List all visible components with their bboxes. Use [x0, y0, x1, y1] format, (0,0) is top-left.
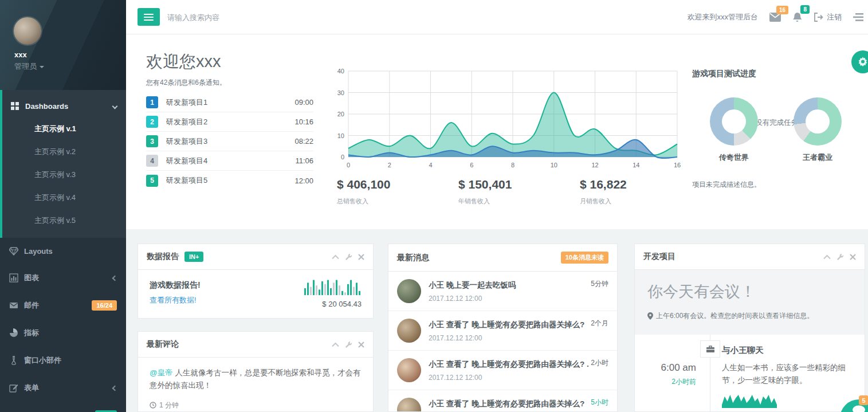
page-title: 欢迎您xxx	[146, 50, 221, 73]
comment-timestamp: 1 分钟	[138, 393, 373, 412]
collapse-icon[interactable]	[332, 254, 339, 260]
close-icon[interactable]	[358, 342, 364, 348]
mail-count-badge: 16	[776, 6, 788, 14]
svg-text:8: 8	[511, 162, 514, 168]
settings-wrench-icon[interactable]	[345, 341, 352, 348]
profile-panel: xxx 管理员	[0, 0, 126, 90]
notifications-icon-button[interactable]: 8	[792, 12, 802, 23]
settings-wrench-icon[interactable]	[345, 253, 352, 261]
chevron-down-icon	[112, 103, 118, 109]
clock-icon	[150, 402, 156, 409]
svg-text:20: 20	[337, 111, 344, 117]
svg-text:10: 10	[337, 132, 344, 139]
report-sparkline-chart	[304, 278, 362, 297]
sidebar-item-apps[interactable]: 应用 特别	[0, 402, 126, 412]
card-title: 最新消息	[397, 253, 429, 263]
latest-comments-card: 最新评论 @皇帝 人生就像考古一样，总是要不断地探索和寻觅，才会有意外的惊喜出现…	[138, 331, 374, 412]
briefcase-icon-box	[700, 340, 720, 358]
todo-item[interactable]: 4 研发新项目4 11:06	[146, 151, 313, 171]
sidebar-toggle-button[interactable]	[138, 8, 160, 26]
timeline-time: 6:00 am 2小时前	[639, 362, 696, 387]
sidebar-item-home-v5[interactable]: 主页示例 v.5	[2, 209, 126, 232]
stat-month-revenue: $ 16,822月销售收入	[580, 178, 701, 206]
avatar	[397, 398, 421, 412]
message-item[interactable]: 小王 查看了 晚上睡觉有必要把路由器关掉么? 2017.12.12 12:00 …	[388, 390, 617, 412]
dev-timeline: 6:00 am 2小时前 与小王聊天 人生如一本书，应该多一些精彩的细节，少一些…	[635, 335, 865, 412]
sidebar-item-home-v3[interactable]: 主页示例 v.3	[2, 163, 126, 186]
todo-item[interactable]: 5 研发新项目5 12:00	[146, 171, 313, 190]
message-item[interactable]: 小王 查看了 晚上睡觉有必要把路由器关掉么? 2017.12.12 12:00 …	[388, 311, 617, 351]
timeline-content: 与小王聊天 人生如一本书，应该多一些精彩的细节，少一些乏味的字眼。	[722, 345, 865, 410]
mention-link[interactable]: @皇帝	[150, 368, 173, 377]
bar-chart-icon	[9, 273, 18, 282]
todo-number-badge: 3	[146, 135, 158, 147]
report-amount: $ 20 054.43	[322, 300, 362, 308]
close-icon[interactable]	[358, 254, 364, 260]
panel-footer-text: 项目未完成描述信息。	[692, 180, 859, 190]
timeline-text: 人生如一本书，应该多一些精彩的细节，少一些乏味的字眼。	[722, 362, 854, 386]
sidebar-item-layouts[interactable]: Layouts	[0, 238, 126, 264]
dashboard-grid-icon	[10, 101, 19, 111]
sidebar-item-home-v4[interactable]: 主页示例 v.4	[2, 186, 126, 209]
collapse-icon[interactable]	[823, 254, 831, 260]
sidebar-item-mail[interactable]: 邮件 16/24	[0, 292, 126, 319]
latest-messages-card: 最新消息 10条消息未读 小王 晚上要一起去吃饭吗 2017.12.12 12:…	[388, 244, 618, 412]
map-pin-icon	[647, 312, 653, 320]
caret-down-icon	[40, 66, 44, 68]
svg-text:12: 12	[591, 162, 598, 168]
svg-text:40: 40	[337, 68, 344, 74]
stat-year-revenue: $ 150,401年销售收入	[458, 178, 580, 206]
donut-chart	[710, 97, 758, 146]
settings-wrench-icon[interactable]	[836, 253, 844, 261]
todo-item[interactable]: 2 研发新项目2 10:16	[146, 112, 313, 132]
message-item[interactable]: 小王 查看了 晚上睡觉有必要把路由器关掉么? . 2017.12.12 12:0…	[388, 351, 617, 390]
sidebar-item-forms[interactable]: 表单	[0, 374, 126, 402]
svg-text:10: 10	[551, 162, 557, 168]
welcome-subtitle: 您有42条消息和6条通知。	[146, 78, 226, 88]
card-title: 最新评论	[147, 339, 179, 350]
avatar	[397, 319, 421, 343]
sidebar-item-home-v2[interactable]: 主页示例 v.2	[2, 140, 126, 163]
list-icon	[853, 13, 863, 21]
control-sidebar-toggle[interactable]	[853, 13, 863, 21]
timeline-sparkline-chart	[722, 393, 777, 410]
topbar: 欢迎来到xxx管理后台 16 8 注销	[126, 0, 868, 34]
collapse-icon[interactable]	[332, 342, 339, 347]
donut-chart	[794, 97, 842, 146]
sidebar-item-dashboards[interactable]: Dashboards	[2, 93, 126, 117]
gear-icon	[858, 57, 868, 67]
user-role-dropdown[interactable]: 管理员	[14, 61, 44, 72]
mail-icon-button[interactable]: 16	[769, 13, 781, 22]
timeline-heading: 与小王聊天	[722, 345, 854, 356]
view-all-data-link[interactable]: 查看所有数据!	[150, 295, 197, 305]
sidebar-section-dashboards: Dashboards 主页示例 v.1 主页示例 v.2 主页示例 v.3 主页…	[0, 90, 126, 238]
diamond-icon	[9, 246, 18, 256]
comment-text: @皇帝 人生就像考古一样，总是要不断地探索和寻觅，才会有意外的惊喜出现！	[138, 358, 373, 393]
svg-text:6: 6	[470, 162, 473, 168]
unread-messages-badge: 10条消息未读	[561, 252, 608, 264]
todo-number-badge: 1	[146, 96, 158, 108]
sign-out-icon	[814, 13, 823, 22]
todo-item[interactable]: 1 研发新项目1 09:00	[146, 93, 313, 112]
sidebar-item-charts[interactable]: 图表	[0, 264, 126, 292]
sidebar-item-home-v1[interactable]: 主页示例 v.1	[2, 117, 126, 140]
close-icon[interactable]	[850, 254, 856, 260]
panel-title: 游戏项目测试进度	[692, 69, 859, 79]
todo-item[interactable]: 3 研发新项目3 08:22	[146, 132, 313, 151]
todo-number-badge: 4	[146, 155, 158, 167]
sales-area-chart: 0102030400246810121416	[333, 68, 682, 172]
timeline-ago[interactable]: 2小时前	[639, 377, 696, 387]
svg-text:14: 14	[633, 162, 639, 168]
edit-icon	[9, 383, 18, 393]
search-input[interactable]	[167, 9, 339, 26]
stats-row: $ 406,100总销售收入 $ 150,401年销售收入 $ 16,822月销…	[337, 178, 701, 206]
avatar	[397, 358, 421, 382]
sidebar-item-widgets[interactable]: 窗口小部件	[0, 347, 126, 374]
user-avatar[interactable]	[14, 17, 41, 45]
chat-count-badge: 5	[859, 395, 868, 405]
sidebar-item-metrics[interactable]: 指标	[0, 319, 126, 347]
logout-button[interactable]: 注销	[814, 12, 842, 22]
message-item[interactable]: 小王 晚上要一起去吃饭吗 2017.12.12 12:00 5分钟	[388, 272, 617, 311]
dev-projects-card: 开发项目 你今天有会议！ 上午6:00有会议。检查您的时间表以查看详细信息。 6…	[634, 244, 865, 412]
main-content: 欢迎您xxx 您有42条消息和6条通知。 1 研发新项目1 09:00 2 研发…	[126, 34, 868, 412]
